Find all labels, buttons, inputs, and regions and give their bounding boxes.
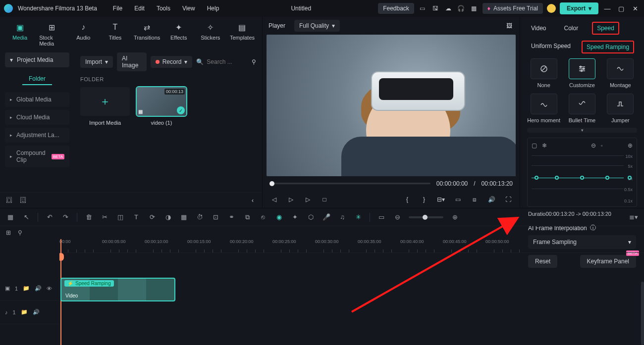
import-dropdown[interactable]: Import▾ [80,56,113,68]
audio-track-header[interactable]: ♪1📁🔊 [0,300,59,324]
save-icon[interactable]: 🖫 [431,4,440,13]
export-button[interactable]: Export▾ [560,2,598,14]
window-close[interactable]: ✕ [630,5,640,12]
eye-icon[interactable]: 👁 [47,286,52,292]
window-maximize[interactable]: ▢ [616,5,626,12]
shield-icon[interactable]: ⬡ [306,213,315,221]
mark-in-icon[interactable]: { [403,196,412,203]
zoom-out-icon[interactable]: ⊖ [393,213,402,221]
folder-icon[interactable]: 📁 [23,285,30,292]
tab-audio[interactable]: ♪Audio [68,20,99,49]
tab-templates[interactable]: ▤Templates [227,20,258,49]
record-dropdown[interactable]: Record▾ [151,56,193,68]
new-folder-icon[interactable]: ⿶ [19,196,28,205]
preview-viewport[interactable] [267,35,516,176]
ai-image-button[interactable]: AI Image [117,52,147,71]
detach-icon[interactable]: ⎋ [259,213,268,221]
assets-free-trial-button[interactable]: ♦Assets Free Trial [483,3,543,14]
ai-icon[interactable]: ◉ [274,213,283,221]
crop-icon[interactable]: ◫ [116,213,125,221]
mask-icon[interactable]: ▦ [179,213,188,221]
camera-icon[interactable]: ⧇ [470,196,479,203]
cloud-icon[interactable]: ☁ [444,4,453,13]
preset-jumper[interactable]: Jumper [604,94,637,124]
keyframe[interactable] [628,176,632,180]
preset-montage[interactable]: Montage [604,58,637,89]
import-media-tile[interactable]: ＋ Import Media [80,87,130,126]
mark-out-icon[interactable]: } [420,196,429,203]
play-alt-icon[interactable]: ▷ [303,196,312,203]
sparkle-icon[interactable]: ✦ [290,213,299,221]
redo-icon[interactable]: ↷ [61,213,70,221]
tab-stock-media[interactable]: ⊞Stock Media [36,20,67,49]
tree-adjustment-layer[interactable]: ▸Adjustment La... [5,128,69,143]
link-icon[interactable]: ⚭ [227,213,236,221]
scrub-track[interactable] [269,183,430,185]
expand-presets[interactable]: ▾ [527,128,637,133]
zoom-in-icon[interactable]: ⊕ [450,213,459,221]
menu-help[interactable]: Help [202,3,224,14]
menu-view[interactable]: View [177,3,200,14]
view-options-icon[interactable]: ≣▾ [629,213,638,221]
tab-effects[interactable]: ✦Effects [163,20,194,49]
prev-frame-icon[interactable]: ◁ [269,196,278,203]
rotate-icon[interactable]: ⟳ [148,213,157,221]
volume-icon[interactable]: 🔊 [487,196,496,203]
tab-stickers[interactable]: ✧Stickers [195,20,226,49]
fit-icon[interactable]: ⊡ [211,213,220,221]
menu-edit[interactable]: Edit [129,3,150,14]
delete-icon[interactable]: 🗑 [84,213,93,221]
tab-color[interactable]: Color [560,23,582,34]
cursor-icon[interactable]: ↖ [22,213,31,221]
desktop-icon[interactable]: ▭ [418,4,427,13]
search-input[interactable] [207,58,246,65]
tab-video[interactable]: Video [527,23,550,34]
tab-media[interactable]: ▣Media [4,20,35,49]
fullscreen-icon[interactable]: ⛶ [504,196,513,203]
magic-icon[interactable]: ✳ [354,213,363,221]
mute-icon[interactable]: 🔊 [33,309,40,315]
add-keyframe-icon[interactable]: ⊕ [628,142,633,149]
snowflake-icon[interactable]: ❄ [542,142,547,149]
group-icon[interactable]: ⧉ [243,213,252,221]
play-icon[interactable]: ▷ [286,196,295,203]
headphones-icon[interactable]: 🎧 [457,4,466,13]
display-icon[interactable]: ▭ [453,196,462,203]
preset-hero-moment[interactable]: Hero moment [527,94,560,124]
keyframe[interactable] [605,176,609,180]
keyframe[interactable] [555,176,559,180]
subtab-speed-ramping[interactable]: Speed Ramping [582,41,634,53]
menu-tools[interactable]: Tools [152,3,175,14]
speed-icon[interactable]: ⏱ [195,213,204,221]
subtab-uniform-speed[interactable]: Uniform Speed [527,41,575,53]
menu-file[interactable]: File [108,3,127,14]
folder-icon[interactable]: 📁 [21,309,28,315]
preset-customize[interactable]: Customize [565,58,598,89]
mute-icon[interactable]: 🔊 [35,285,42,292]
collapse-icon[interactable]: ‹ [248,196,257,205]
media-search[interactable]: 🔍 [196,58,246,65]
filter-icon[interactable]: ⚲ [250,57,258,66]
timeline-clip[interactable]: ⚡Speed Ramping Video [60,278,175,301]
cut-icon[interactable]: ✂ [100,213,109,221]
marker-icon[interactable]: ▭ [377,213,386,221]
video-thumb[interactable]: 00:00:13 ▦ ✓ video (1) [137,87,186,126]
stop-icon[interactable]: □ [320,196,329,203]
tree-cloud-media[interactable]: ▸Cloud Media [5,110,69,125]
preset-bullet-time[interactable]: Bullet Time [565,94,598,124]
apps-icon[interactable]: ▦ [470,4,479,13]
mic-icon[interactable]: 🎤 [322,213,331,221]
quality-dropdown[interactable]: Full Quality ▾ [294,20,340,32]
color-icon[interactable]: ◑ [163,213,172,221]
video-track-header[interactable]: ▣1📁🔊👁 [0,277,59,300]
checkbox-icon[interactable]: ▢ [532,142,537,149]
track-options-icon[interactable]: ⊞ [6,229,11,236]
preset-none[interactable]: None [527,58,560,89]
keyframe[interactable] [580,176,584,180]
text-icon[interactable]: T [132,213,141,221]
tree-global-media[interactable]: ▸Global Media [5,92,69,107]
tree-compound-clip[interactable]: ▸Compound ClipBETA [5,146,69,167]
ramp-graph[interactable]: 10x 5x 1x 0.5x 0.1x [532,153,633,202]
tab-transitions[interactable]: ⇄Transitions [132,20,162,49]
zoom-slider[interactable] [409,216,443,218]
